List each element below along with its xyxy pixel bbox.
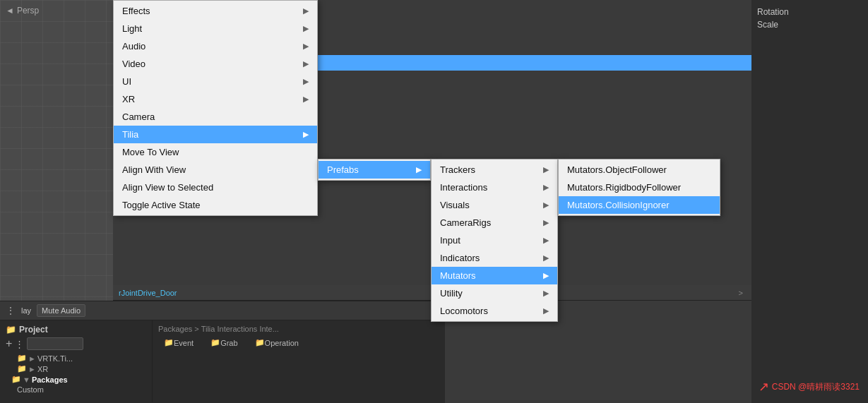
menu-arrow-indicators: ▶	[543, 253, 549, 263]
add-button[interactable]: +	[6, 338, 12, 349]
menu-item-audio[interactable]: Audio ▶	[114, 37, 317, 55]
menu-label-collision-ignorer: Mutators.CollisionIgnorer	[567, 200, 670, 210]
dots-button[interactable]: ⋮	[15, 339, 24, 349]
menu-item-camera[interactable]: Camera	[114, 108, 317, 126]
bottom-toolbar: ⋮ lay Mute Audio	[0, 301, 445, 320]
menu-label-tilia: Tilia	[122, 129, 138, 140]
menu-item-camera-rigs[interactable]: CameraRigs ▶	[432, 214, 557, 231]
bottom-content: 📁 Project + ⋮ 📁 ► VRTK.Ti... 📁 ► XR 📁 ▼	[0, 320, 445, 402]
menu-arrow-light: ▶	[303, 24, 309, 33]
menu-label-ui: UI	[122, 76, 131, 87]
menu-item-locomotors[interactable]: Locomotors ▶	[432, 302, 557, 320]
menu-label-align-with-view: Align With View	[122, 164, 186, 175]
watermark-text: CSDN @晴耕雨读3321	[772, 381, 860, 393]
menu-label-align-view-to-selected: Align View to Selected	[122, 182, 213, 193]
right-panel: Rotation Scale	[751, 0, 868, 403]
menu-arrow-mutators: ▶	[543, 271, 549, 280]
menu-item-tilia[interactable]: Tilia ▶	[114, 126, 317, 143]
menu-item-trackers[interactable]: Trackers ▶	[432, 161, 557, 179]
menu-item-mutators[interactable]: Mutators ▶	[432, 267, 557, 284]
menu-label-camera-rigs: CameraRigs	[440, 217, 491, 228]
menu-arrow-interactions: ▶	[543, 183, 549, 192]
menu-item-visuals[interactable]: Visuals ▶	[432, 196, 557, 214]
menu-label-audio: Audio	[122, 41, 145, 52]
folder-icon-packages: 📁	[11, 375, 21, 384]
persp-arrow: ◄	[6, 6, 14, 16]
menu-level1: Effects ▶ Light ▶ Audio ▶ Video ▶ UI ▶ X…	[113, 0, 318, 216]
menu-item-ui[interactable]: UI ▶	[114, 73, 317, 90]
breadcrumb-text: rJointDrive_Door	[119, 289, 177, 297]
file-event[interactable]: 📁 Event	[158, 337, 194, 348]
folder-icon-event: 📁	[164, 338, 174, 347]
menu-item-xr[interactable]: XR ▶	[114, 90, 317, 108]
menu-label-utility: Utility	[440, 288, 463, 299]
project-title: 📁 Project	[6, 325, 146, 335]
menu-item-align-view-to-selected[interactable]: Align View to Selected	[114, 179, 317, 196]
folder-icon-operation: 📁	[255, 338, 265, 347]
menu-arrow-utility: ▶	[543, 289, 549, 298]
project-toolbar: + ⋮	[6, 337, 146, 350]
menu-item-align-with-view[interactable]: Align With View	[114, 161, 317, 179]
tree-item-xr[interactable]: 📁 ► XR	[6, 363, 146, 374]
menu-arrow-input: ▶	[543, 236, 549, 245]
menu-arrow-xr: ▶	[303, 95, 309, 104]
menu-label-interactions: Interactions	[440, 182, 487, 193]
tree-item-custom[interactable]: Custom	[6, 385, 146, 395]
search-input[interactable]	[27, 337, 83, 350]
menu-label-object-follower: Mutators.ObjectFollower	[567, 164, 667, 175]
hierarchy-bar	[318, 55, 751, 71]
tree-label-xr: XR	[37, 365, 48, 373]
menu-item-video[interactable]: Video ▶	[114, 55, 317, 73]
menu-level4: Mutators.ObjectFollower Mutators.Rigidbo…	[558, 159, 720, 216]
menu-item-input[interactable]: Input ▶	[432, 231, 557, 249]
menu-label-trackers: Trackers	[440, 164, 475, 175]
menu-item-move-to-view[interactable]: Move To View	[114, 143, 317, 161]
menu-label-effects: Effects	[122, 6, 150, 16]
tree-item-packages[interactable]: 📁 ▼ Packages	[6, 374, 146, 385]
menu-item-toggle-active-state[interactable]: Toggle Active State	[114, 196, 317, 214]
menu-item-light[interactable]: Light ▶	[114, 20, 317, 37]
rotation-label: Rotation	[757, 7, 862, 17]
menu-arrow-effects: ▶	[303, 6, 309, 16]
menu-item-object-follower[interactable]: Mutators.ObjectFollower	[559, 161, 720, 179]
menu-label-locomotors: Locomotors	[440, 306, 488, 316]
menu-label-indicators: Indicators	[440, 253, 480, 263]
file-browser: Packages > Tilia Interactions Inte... 📁 …	[152, 320, 445, 402]
menu-item-indicators[interactable]: Indicators ▶	[432, 249, 557, 267]
play-label[interactable]: lay	[21, 306, 31, 315]
toolbar-dots[interactable]: ⋮	[6, 305, 16, 316]
file-event-label: Event	[174, 339, 194, 347]
menu-item-collision-ignorer[interactable]: Mutators.CollisionIgnorer	[559, 196, 720, 214]
folder-icon-vrtk: 📁	[17, 354, 27, 363]
mute-audio-button[interactable]: Mute Audio	[37, 304, 85, 317]
menu-arrow-audio: ▶	[303, 42, 309, 51]
menu-label-input: Input	[440, 235, 460, 246]
menu-label-move-to-view: Move To View	[122, 147, 179, 157]
scene-viewport: ◄ Persp	[0, 0, 113, 303]
tree-item-vrtk[interactable]: 📁 ► VRTK.Ti...	[6, 353, 146, 363]
menu-arrow-trackers: ▶	[543, 165, 549, 174]
menu-item-interactions[interactable]: Interactions ▶	[432, 179, 557, 196]
tree-label-custom: Custom	[17, 385, 44, 394]
folder-icon-project: 📁	[6, 325, 16, 335]
menu-label-visuals: Visuals	[440, 200, 470, 210]
bottom-panel: ⋮ lay Mute Audio 📁 Project + ⋮ 📁 ► VRTK.…	[0, 301, 445, 403]
menu-arrow-ui: ▶	[303, 77, 309, 86]
folder-icon-grab: 📁	[210, 338, 220, 347]
file-operation[interactable]: 📁 Operation	[249, 337, 299, 348]
menu-label-prefabs: Prefabs	[327, 164, 359, 175]
menu-arrow-video: ▶	[303, 59, 309, 68]
menu-arrow-prefabs: ▶	[416, 165, 422, 174]
file-grab[interactable]: 📁 Grab	[205, 337, 237, 348]
file-operation-label: Operation	[265, 339, 299, 347]
breadcrumb-chevron: >	[739, 289, 743, 297]
menu-item-prefabs[interactable]: Prefabs ▶	[319, 161, 430, 179]
menu-item-rigidbody-follower[interactable]: Mutators.RigidbodyFollower	[559, 179, 720, 196]
project-label: Project	[19, 325, 48, 335]
menu-item-utility[interactable]: Utility ▶	[432, 284, 557, 302]
menu-arrow-tilia: ▶	[303, 130, 309, 139]
persp-text: Persp	[17, 6, 39, 16]
menu-item-effects[interactable]: Effects ▶	[114, 2, 317, 20]
menu-arrow-visuals: ▶	[543, 200, 549, 210]
arrow-icon: ↗	[759, 379, 769, 395]
